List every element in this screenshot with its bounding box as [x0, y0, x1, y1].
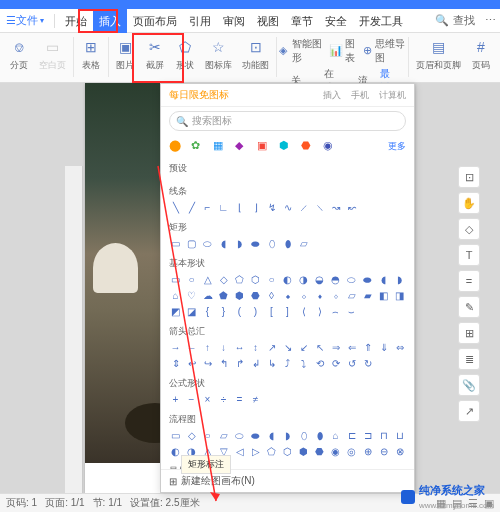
shape-option[interactable]: ╱ [185, 201, 198, 214]
shape-option[interactable]: ↝ [329, 201, 342, 214]
shape-option[interactable]: ◁ [233, 445, 246, 458]
shape-option[interactable]: ⟋ [297, 201, 310, 214]
panel-tab-phone[interactable]: 手机 [351, 89, 369, 102]
shape-option[interactable]: ↯ [265, 201, 278, 214]
shape-option[interactable]: ◇ [217, 273, 230, 286]
more-icons[interactable]: 更多 [388, 140, 406, 153]
shape-option[interactable]: ⌂ [169, 289, 182, 302]
shape-option[interactable]: { [201, 305, 214, 318]
shape-option[interactable]: ⊔ [393, 429, 406, 442]
file-menu[interactable]: ☰ 文件▾ [6, 13, 44, 28]
shape-option[interactable]: ↙ [297, 341, 310, 354]
shape-option[interactable]: ⊓ [377, 429, 390, 442]
panel-tab-computer[interactable]: 计算机 [379, 89, 406, 102]
shape-option[interactable]: ( [233, 305, 246, 318]
shape-option[interactable]: ⬯ [265, 237, 278, 250]
ribbon-table[interactable]: ⊞表格 [76, 35, 106, 74]
shape-option[interactable]: ⬥ [281, 289, 294, 302]
shape-option[interactable]: ⬮ [313, 429, 326, 442]
tab-devtools[interactable]: 开发工具 [353, 9, 409, 33]
shape-option[interactable]: ↰ [217, 357, 230, 370]
shape-option[interactable]: ⇓ [377, 341, 390, 354]
ribbon-blankpage[interactable]: ▭空白页 [34, 35, 71, 74]
shape-option[interactable]: ◓ [329, 273, 342, 286]
shape-option[interactable]: ◗ [393, 273, 406, 286]
shape-option[interactable]: − [185, 393, 198, 406]
tab-references[interactable]: 引用 [183, 9, 217, 33]
shape-option[interactable]: ⟳ [329, 357, 342, 370]
shape-option[interactable]: ♡ [185, 289, 198, 302]
shape-option[interactable]: ○ [201, 429, 214, 442]
shape-option[interactable]: ⟨ [297, 305, 310, 318]
shape-option[interactable]: ◨ [393, 289, 406, 302]
shape-option[interactable]: ⬣ [249, 289, 262, 302]
shape-option[interactable]: ◖ [265, 429, 278, 442]
shape-option[interactable]: ← [185, 341, 198, 354]
shape-option[interactable]: ╲ [169, 201, 182, 214]
shape-option[interactable]: ) [249, 305, 262, 318]
preset-icon[interactable]: ◉ [323, 139, 337, 153]
shape-option[interactable]: ◗ [233, 237, 246, 250]
shape-option[interactable]: ◖ [217, 237, 230, 250]
shape-option[interactable]: ▭ [169, 429, 182, 442]
rtb-highlight[interactable]: = [458, 270, 480, 292]
shape-option[interactable]: ⬢ [233, 289, 246, 302]
shape-option[interactable]: ↩ [185, 357, 198, 370]
shape-option[interactable]: ⇕ [169, 357, 182, 370]
shape-option[interactable]: ⤵ [297, 357, 310, 370]
rtb-select[interactable]: ⊡ [458, 166, 480, 188]
shape-option[interactable]: ⌣ [345, 305, 358, 318]
preset-icon[interactable]: ▦ [213, 139, 227, 153]
shape-option[interactable]: ⌋ [249, 201, 262, 214]
rtb-brush[interactable]: ✎ [458, 296, 480, 318]
rtb-grid[interactable]: ⊞ [458, 322, 480, 344]
panel-search[interactable]: 🔍 搜索图标 [169, 111, 406, 131]
shape-option[interactable]: ⬣ [313, 445, 326, 458]
shape-option[interactable]: ⇑ [361, 341, 374, 354]
ribbon-chart[interactable]: 📊图表 [329, 37, 357, 65]
shape-option[interactable]: ⊗ [393, 445, 406, 458]
shape-option[interactable]: ▭ [169, 273, 182, 286]
shape-option[interactable]: ⊐ [361, 429, 374, 442]
shape-option[interactable]: ↺ [345, 357, 358, 370]
shape-option[interactable]: ◒ [313, 273, 326, 286]
preset-icon[interactable]: ✿ [191, 139, 205, 153]
shape-option[interactable]: ⬠ [265, 445, 278, 458]
shape-option[interactable]: ↲ [249, 357, 262, 370]
shape-option[interactable]: ○ [265, 273, 278, 286]
shape-option[interactable]: ∿ [281, 201, 294, 214]
shape-option[interactable]: ⬟ [217, 289, 230, 302]
shape-option[interactable]: ⬧ [313, 289, 326, 302]
shape-option[interactable]: ▷ [249, 445, 262, 458]
rtb-shape[interactable]: ◇ [458, 218, 480, 240]
shape-option[interactable]: ◪ [185, 305, 198, 318]
shape-option[interactable]: ☁ [201, 289, 214, 302]
shape-option[interactable]: ○ [185, 273, 198, 286]
shape-option[interactable]: ◖ [377, 273, 390, 286]
shape-option[interactable]: ↓ [217, 341, 230, 354]
shape-option[interactable]: ⬯ [297, 429, 310, 442]
find-icon[interactable]: 🔍 [435, 14, 449, 27]
shape-option[interactable]: ≠ [249, 393, 262, 406]
shape-option[interactable]: ÷ [217, 393, 230, 406]
shape-option[interactable]: ↳ [265, 357, 278, 370]
shape-option[interactable]: ◉ [329, 445, 342, 458]
ribbon-picture[interactable]: ▣图片 [110, 35, 140, 74]
overflow-icon[interactable]: ⋯ [485, 14, 496, 27]
shape-option[interactable]: ⟍ [313, 201, 326, 214]
shape-option[interactable]: + [169, 393, 182, 406]
shape-option[interactable]: ⬦ [297, 289, 310, 302]
shape-option[interactable]: ⬭ [345, 273, 358, 286]
panel-tab-insert[interactable]: 插入 [323, 89, 341, 102]
tab-review[interactable]: 审阅 [217, 9, 251, 33]
find-label[interactable]: 查找 [453, 13, 475, 28]
shape-option[interactable]: ⊏ [345, 429, 358, 442]
preset-icon[interactable]: ▣ [257, 139, 271, 153]
ribbon-screenshot[interactable]: ✂截屏 [140, 35, 170, 74]
shape-option[interactable]: ◑ [297, 273, 310, 286]
shape-option[interactable]: ▰ [361, 289, 374, 302]
ribbon-shapes[interactable]: ⬠形状 [170, 35, 200, 74]
shape-option[interactable]: ↕ [249, 341, 262, 354]
ribbon-iconlib[interactable]: ☆图标库 [200, 35, 237, 74]
shape-option[interactable]: = [233, 393, 246, 406]
